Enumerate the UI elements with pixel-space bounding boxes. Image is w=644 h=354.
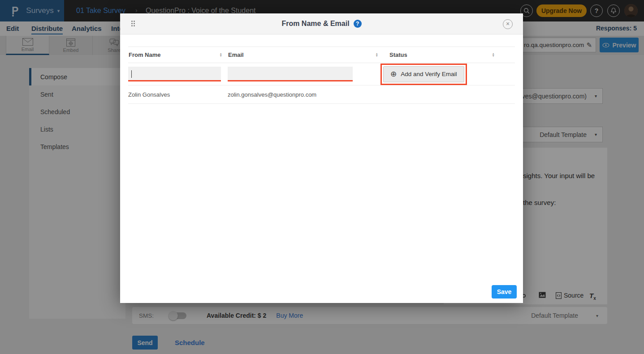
plus-circle-icon: ⊕ — [390, 70, 397, 78]
modal-close-button[interactable]: × — [503, 19, 513, 29]
column-label: Email — [228, 51, 244, 58]
question-icon: ? — [356, 21, 359, 27]
table-row: Zolin Gonsalves zolin.gonsalves@question… — [128, 85, 515, 104]
from-name-input[interactable] — [128, 67, 221, 81]
save-button[interactable]: Save — [492, 285, 517, 299]
add-and-verify-email-button[interactable]: ⊕ Add and Verify Email — [383, 66, 464, 82]
modal-help-button[interactable]: ? — [354, 20, 362, 28]
modal-title: From Name & Email — [281, 20, 349, 28]
sort-icon: ▲▼ — [492, 53, 495, 57]
from-name-email-modal: From Name & Email ? × From Name ▲▼ Email — [120, 13, 523, 303]
column-header-status[interactable]: Status ▲▼ — [389, 51, 515, 58]
email-input[interactable] — [228, 67, 353, 81]
column-label: Status — [389, 51, 407, 58]
new-entry-row: ⊕ Add and Verify Email — [128, 63, 515, 85]
drag-handle-icon[interactable] — [131, 21, 135, 26]
close-icon: × — [506, 20, 510, 27]
modal-header: From Name & Email ? × — [120, 13, 523, 34]
table-header-row: From Name ▲▼ Email ▲▼ Status ▲▼ — [128, 47, 515, 63]
highlight-annotation: ⊕ Add and Verify Email — [380, 64, 467, 85]
from-email-table: From Name ▲▼ Email ▲▼ Status ▲▼ — [128, 47, 515, 104]
text-caret — [131, 70, 132, 78]
sort-icon: ▲▼ — [220, 53, 222, 57]
column-header-email[interactable]: Email ▲▼ — [228, 51, 389, 58]
column-header-from-name[interactable]: From Name ▲▼ — [128, 51, 228, 58]
sort-icon: ▲▼ — [376, 53, 378, 57]
column-label: From Name — [129, 51, 161, 58]
add-and-verify-email-label: Add and Verify Email — [401, 71, 457, 77]
row-from-name: Zolin Gonsalves — [128, 91, 228, 98]
app-root: P Surveys ▾ 01 Take Survey › QuestionPro… — [0, 0, 644, 354]
row-email: zolin.gonsalves@questionpro.com — [228, 91, 389, 98]
